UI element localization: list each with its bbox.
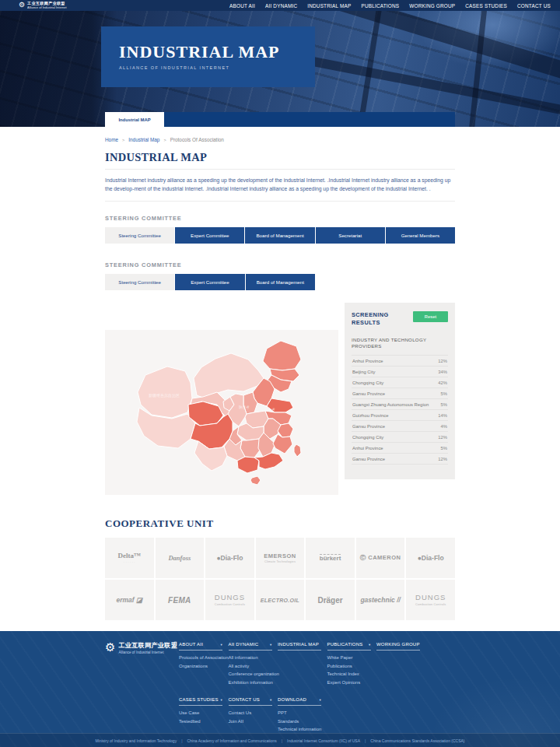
nav-item-industrial-map[interactable]: INDUSTRIAL MAP [307,3,351,9]
committee-secondary-tab-board-of-management[interactable]: Board of Management [246,274,315,290]
committee-primary-tab-board-of-management[interactable]: Board of Management [245,227,315,244]
screening-region-name: Chongqing City [352,381,383,385]
footer-logo[interactable]: ⚙ 工业互联网产业联盟 Alliance of Industrial Inter… [105,642,179,688]
partner-logo-electro-oil[interactable]: ELECTRO.OIL [256,580,305,620]
partner-logo-b-rkert[interactable]: bürkert [306,538,355,578]
map-province[interactable] [294,444,301,457]
partner-logo-fema[interactable]: FEMA [156,580,205,620]
nav-item-cases-studies[interactable]: CASES STUDIES [465,3,507,9]
screening-row[interactable]: Guizhou Province14% [352,410,448,421]
screening-row[interactable]: Gansu Province4% [352,421,448,432]
partner-logo-cameron[interactable]: Ⓒ CAMERON [356,538,405,578]
committee-primary-tab-secretariat[interactable]: Secretariat [316,227,386,244]
screening-region-name: Beijing City [352,370,375,374]
footer-column-header-about-aii[interactable]: ABOUT AII▾ [179,642,222,651]
partner-logo-ermaf[interactable]: ermaf ◪ [105,580,154,620]
site-logo[interactable]: ⚙ 工业互联网产业联盟 Alliance of Industrial Inter… [19,2,67,9]
nav-item-about-aii[interactable]: ABOUT AII [229,3,255,9]
footer-partner-separator: | [365,738,366,743]
footer-link-conference-organization[interactable]: Conference organization [229,672,278,676]
footer-link-publications[interactable]: Publications [327,664,377,668]
partner-logo-dungs[interactable]: DUNGSCombustion Controls [205,580,254,620]
page-title: INDUSTRIAL MAP [105,151,455,164]
hero-tab-industrial-map[interactable]: Industrial MAP [105,112,164,127]
partner-logo-subtext: · · · · · · [124,561,135,564]
divider [105,201,455,202]
nav-item-contact-us[interactable]: CONTACT US [517,3,551,9]
partner-logo-dungs[interactable]: DUNGSCombustion Controls [406,580,455,620]
footer-link-contact-us[interactable]: Contact Us [229,710,278,715]
page: ⚙ 工业互联网产业联盟 Alliance of Industrial Inter… [0,0,560,747]
partner-logo-dia-flo[interactable]: ●Dia-Flo [406,538,455,578]
committee-primary-tab-general-members[interactable]: General Members [386,227,455,244]
footer-column-label: WORKING GROUP [376,642,420,647]
screening-row[interactable]: Anhui Province5% [352,443,448,454]
partner-logo-emerson[interactable]: EMERSONClimate Technologies [256,538,305,578]
footer-link-ppt[interactable]: PPT [278,710,327,715]
footer-link-technical-information[interactable]: Technical information [278,727,327,731]
breadcrumb-item-home[interactable]: Home [105,137,118,142]
footer-link-use-case[interactable]: Use Case [179,710,229,715]
hero-photo-beam [467,11,488,127]
map-province[interactable] [254,453,283,469]
hero-tabstrip: Industrial MAP [105,112,455,127]
footer-link-join-aii[interactable]: Join AII [229,719,278,724]
committee-secondary-tab-expert-committee[interactable]: Expert Committee [175,274,245,290]
committee-secondary-tab-steering-committee[interactable]: Steering Committee [105,274,175,290]
screening-row[interactable]: Chongqing City42% [352,377,448,388]
partner-logo-subtext: Combustion Controls [215,603,245,606]
footer-link-expert-opinions[interactable]: Expert Opinions [327,680,377,685]
footer-partner-industrial-internet-consortium-iic-of-usa[interactable]: Industrial Internet Consortium (IIC) of … [287,738,360,743]
footer-column-header-download[interactable]: DOWNLOAD▾ [278,697,321,706]
map-province[interactable] [273,434,292,454]
nav-item-publications[interactable]: PUBLICATIONS [361,3,399,9]
map-province[interactable] [250,476,261,485]
footer-nav-row2: CASES STUDIES▾Use CaseTestedbedCONTACT U… [0,688,560,735]
screening-row[interactable]: Beijing City34% [352,366,448,377]
nav-item-aii-dynamic[interactable]: AII DYNAMIC [265,3,297,9]
partner-logo-gastechnic[interactable]: gastechnic // [356,580,405,620]
footer-link-technical-index[interactable]: Technical Index [327,672,377,676]
footer-partner-ministry-of-industry-and-information-technology[interactable]: Ministry of Industry and Information Tec… [95,738,177,743]
footer-link-organizations[interactable]: Organizations [179,664,229,668]
map-province[interactable] [237,457,259,473]
footer-partner-china-communications-standards-association-ccsa[interactable]: China Communications Standards Associati… [370,738,464,743]
footer-link-all-activity[interactable]: All activity [229,664,278,668]
partner-logo-dia-flo[interactable]: ●Dia-Flo [205,538,254,578]
partner-logo-dr-ger[interactable]: Dräger [306,580,355,620]
footer-column-header-industrial-map[interactable]: INDUSTRIAL MAP [278,642,321,651]
map-province[interactable] [138,366,192,418]
map-province[interactable] [194,353,264,398]
partner-logo-danfoss[interactable]: Danfoss [156,538,205,578]
partner-logo-text: ●Dia-Flo [418,555,444,562]
footer-link-standards[interactable]: Standards [278,719,327,724]
nav-item-working-group[interactable]: WORKING GROUP [409,3,455,9]
reset-button[interactable]: Reset [413,311,448,322]
screening-row[interactable]: Guangxi Zhuang Autonomous Region5% [352,399,448,410]
china-choropleth-map[interactable]: 新疆维吾尔自治区陕西省山东省 [105,330,338,495]
footer-column-header-cases-studies[interactable]: CASES STUDIES▾ [179,697,222,706]
screening-region-value: 42% [438,381,447,385]
breadcrumb-item-industrial-map[interactable]: Industrial Map [128,137,159,142]
footer-link-protocols-of-association[interactable]: Protocols of Association [179,655,229,660]
footer-column-header-working-group[interactable]: WORKING GROUP [376,642,420,651]
partner-logo-text: ermaf ◪ [117,597,143,604]
committee-primary-tab-steering-committee[interactable]: Steering Committee [105,227,175,244]
footer-column-header-aii-dynamic[interactable]: AII DYNAMIC▾ [229,642,272,651]
screening-row[interactable]: Anhui Province12% [352,356,448,366]
footer-link-exhibition-information[interactable]: Exhibition information [229,680,278,685]
footer-partner-china-academy-of-information-and-communications[interactable]: China Academy of Information and Communi… [187,738,276,743]
footer-column-header-publications[interactable]: PUBLICATIONS▾ [327,642,371,651]
chevron-down-icon: ▾ [221,643,222,647]
footer-link-white-paper[interactable]: White Paper [327,655,377,660]
footer-link-testedbed[interactable]: Testedbed [179,719,229,724]
map-province[interactable] [263,341,301,370]
committee-primary-tab-expert-committee[interactable]: Expert Committee [175,227,245,244]
footer-link-all-information[interactable]: All information [229,655,278,660]
screening-row[interactable]: Gansu Province12% [352,454,448,465]
screening-row[interactable]: Gansu Province5% [352,388,448,399]
screening-row[interactable]: Chongqing City12% [352,432,448,443]
partner-logo-delta[interactable]: Delta™· · · · · · [105,538,154,578]
footer-links: PPTStandardsTechnical information [278,710,327,731]
footer-column-header-contact-us[interactable]: CONTACT US▾ [229,697,272,706]
